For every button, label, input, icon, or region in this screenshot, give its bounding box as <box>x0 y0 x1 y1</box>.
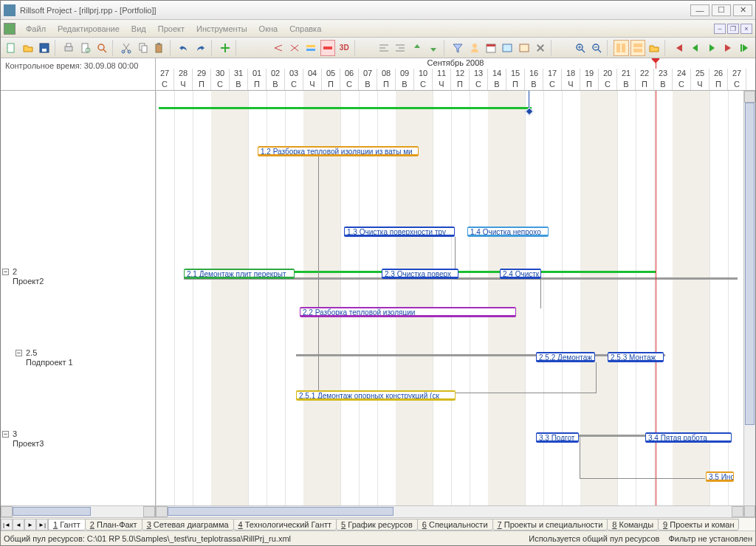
day-cell: 31 <box>230 69 248 80</box>
menu-tools[interactable]: Инструменты <box>190 23 253 35</box>
gantt-scroll-right[interactable] <box>732 506 743 517</box>
expand-toggle[interactable]: − <box>2 269 9 275</box>
weekday-cell: Ч <box>433 80 451 90</box>
view-tab-7[interactable]: 7 Проекты и специальности <box>492 519 608 531</box>
menu-file[interactable]: Файл <box>20 23 52 35</box>
new-icon[interactable] <box>4 40 18 56</box>
day-cell: 02 <box>267 69 285 80</box>
toggle-icon[interactable] <box>500 40 515 56</box>
pane1-icon[interactable] <box>614 40 628 56</box>
view-tab-9[interactable]: 9 Проекты и коман <box>658 519 739 531</box>
goto-start-icon[interactable] <box>671 40 686 56</box>
tab-nav-first[interactable]: |◄ <box>1 519 13 531</box>
unlink-icon[interactable] <box>287 40 302 56</box>
task-bar[interactable]: 2.4 Очистк <box>500 269 541 279</box>
tree-row[interactable]: −2Проект2 <box>1 267 155 286</box>
add-icon[interactable] <box>217 40 232 56</box>
expand-toggle[interactable]: − <box>16 350 22 356</box>
gantt-chart[interactable]: 1.2 Разборка тепловой изоляции из ваты м… <box>156 91 743 517</box>
move-down-icon[interactable] <box>426 40 441 56</box>
task-bar[interactable]: 3.5 Инс <box>706 471 734 482</box>
deadline-line <box>656 91 656 505</box>
tree-scroll-left[interactable] <box>1 506 13 517</box>
tree-scroll-thumb[interactable] <box>13 507 91 516</box>
cut-icon[interactable] <box>119 40 134 56</box>
maximize-button[interactable]: ☐ <box>712 4 731 16</box>
critical-icon[interactable] <box>320 40 335 56</box>
view-tab-2[interactable]: 2 План-Факт <box>85 519 142 531</box>
view-tab-3[interactable]: 3 Сетевая диаграмма <box>142 519 234 531</box>
tab-nav-last[interactable]: ►| <box>36 519 48 531</box>
task-bar[interactable]: 2.5.2 Демонтаж <box>536 352 595 362</box>
menu-windows[interactable]: Окна <box>253 23 284 35</box>
task-bar[interactable]: 2.1 Демонтаж плит перекрыт <box>184 269 295 279</box>
tree-scroll-right[interactable] <box>143 506 155 517</box>
find-icon[interactable] <box>94 40 109 56</box>
task-bar[interactable]: 3.3 Подгот <box>536 432 579 443</box>
filter-icon[interactable] <box>450 40 465 56</box>
tab-nav-prev[interactable]: ◄ <box>13 519 24 531</box>
mdi-minimize[interactable]: – <box>714 24 726 34</box>
gantt-scroll-thumb[interactable] <box>168 507 394 516</box>
day-cell: 22 <box>636 69 654 80</box>
close-button[interactable]: ✕ <box>733 4 752 16</box>
task-bar[interactable]: 2.5.1 Демонтаж опорных конструкций (ск <box>296 390 456 401</box>
tree-row[interactable]: −3Проект3 <box>1 429 155 448</box>
tree-row[interactable]: −2.5Подпроект 1 <box>1 348 155 367</box>
toggle2-icon[interactable] <box>517 40 532 56</box>
indent-right-icon[interactable] <box>393 40 408 56</box>
pane2-icon[interactable] <box>630 40 645 56</box>
calendar-icon[interactable] <box>484 40 498 56</box>
window-title: Rillsoft Project - [rillprj.rpp - [Portf… <box>20 6 688 15</box>
today-icon[interactable] <box>738 40 752 56</box>
move-up-icon[interactable] <box>409 40 424 56</box>
view-tab-5[interactable]: 5 График ресурсов <box>336 519 418 531</box>
view-tab-6[interactable]: 6 Специальности <box>417 519 493 531</box>
timeline-header: Сентябрь 2008 27282930310102030405060708… <box>156 58 755 90</box>
weekday-cell: В <box>230 80 248 90</box>
menu-help[interactable]: Справка <box>284 23 327 35</box>
view-tab-4[interactable]: 4 Технологический Гантт <box>233 519 337 531</box>
task-bar[interactable]: 1.4 Очистка непрохо <box>467 227 549 237</box>
paste-icon[interactable] <box>152 40 167 56</box>
view-tab-1[interactable]: 1 Гантт <box>49 519 86 531</box>
svg-rect-19 <box>487 44 495 46</box>
menu-project[interactable]: Проект <box>152 23 190 35</box>
task-bar[interactable]: 2.3 Очистка поверх <box>382 269 458 279</box>
save-icon[interactable] <box>37 40 52 56</box>
tab-nav-next[interactable]: ► <box>24 519 36 531</box>
mdi-restore[interactable]: ❐ <box>727 24 739 34</box>
copy-icon[interactable] <box>135 40 150 56</box>
next-icon[interactable] <box>704 40 719 56</box>
task-bar[interactable]: 2.2 Разборка тепловой изоляции <box>300 307 516 317</box>
task-bar[interactable]: 2.5.3 Монтаж <box>608 352 664 362</box>
zoom-out-icon[interactable] <box>589 40 604 56</box>
remove-icon[interactable] <box>533 40 548 56</box>
menu-edit[interactable]: Редактирование <box>52 23 126 35</box>
folder2-icon[interactable] <box>647 40 662 56</box>
3d-icon[interactable]: 3D <box>337 40 351 56</box>
view-tab-8[interactable]: 8 Команды <box>607 519 659 531</box>
mdi-close[interactable]: × <box>740 24 752 34</box>
undo-icon[interactable] <box>176 40 191 56</box>
prev-icon[interactable] <box>687 40 702 56</box>
indent-left-icon[interactable] <box>377 40 391 56</box>
task-bar[interactable]: 1.3 Очистка поверхности тру <box>344 227 455 237</box>
expand-toggle[interactable]: − <box>2 431 9 438</box>
redo-icon[interactable] <box>193 40 207 56</box>
menu-view[interactable]: Вид <box>126 23 152 35</box>
link-icon[interactable] <box>270 40 285 56</box>
print-icon[interactable] <box>61 40 76 56</box>
baseline-icon[interactable] <box>303 40 318 56</box>
open-icon[interactable] <box>20 40 35 56</box>
preview-icon[interactable] <box>78 40 92 56</box>
task-bar[interactable]: 1.2 Разборка тепловой изоляции из ваты м… <box>258 146 419 156</box>
gantt-scroll-left[interactable] <box>156 506 168 517</box>
zoom-in-icon[interactable] <box>573 40 588 56</box>
resource-icon[interactable] <box>467 40 481 56</box>
goto-end-icon[interactable] <box>721 40 735 56</box>
weekday-cell: С <box>414 80 433 90</box>
vertical-scrollbar[interactable] <box>743 91 755 517</box>
minimize-button[interactable]: — <box>690 4 709 16</box>
task-bar[interactable]: 3.4 Пятая работа <box>645 432 732 443</box>
